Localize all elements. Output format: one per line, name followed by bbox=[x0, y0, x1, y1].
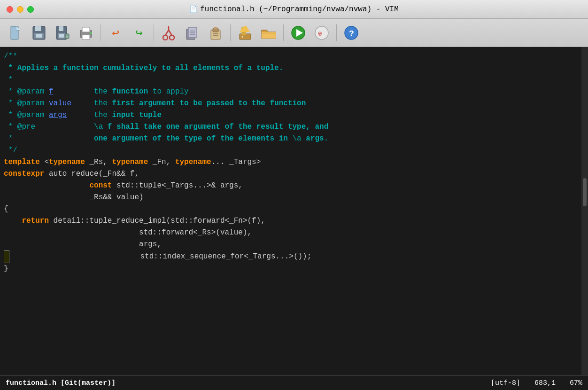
cut-icon bbox=[162, 25, 176, 40]
redo-btn[interactable]: ↪ bbox=[128, 22, 150, 44]
paste-btn[interactable] bbox=[205, 22, 226, 44]
folder-btn[interactable] bbox=[258, 22, 279, 44]
file-icon: 📄 bbox=[189, 5, 197, 13]
minimize-button[interactable] bbox=[17, 6, 23, 13]
save-as-btn[interactable]: + bbox=[52, 22, 73, 44]
comment-pre2b: one argument of the type of the elements… bbox=[94, 133, 292, 145]
svg-text:☢: ☢ bbox=[318, 30, 322, 38]
save-as-icon: + bbox=[55, 25, 70, 40]
help-btn[interactable]: ? bbox=[340, 22, 362, 44]
svg-rect-3 bbox=[35, 26, 41, 31]
code-line-4: * @param f the function to apply bbox=[4, 86, 588, 98]
redo-icon: ↪ bbox=[135, 25, 143, 40]
code-line-5: * @param value the first argument to be … bbox=[4, 98, 588, 109]
kw-constexpr: constexpr bbox=[4, 168, 44, 180]
undo-icon: ↩ bbox=[112, 25, 119, 40]
paste-icon bbox=[208, 25, 223, 40]
copy-btn[interactable] bbox=[181, 22, 203, 44]
svg-line-18 bbox=[165, 30, 169, 35]
comment-empty1: * bbox=[4, 74, 13, 86]
kw-template: template bbox=[4, 156, 40, 168]
run-btn[interactable] bbox=[287, 22, 309, 44]
svg-text:⬆: ⬆ bbox=[241, 35, 243, 40]
statusbar-right: [utf-8] 683,1 67% bbox=[491, 379, 582, 387]
close-button[interactable] bbox=[7, 6, 13, 13]
code-line-13: _Rs&& value) bbox=[4, 192, 588, 203]
save-btn[interactable] bbox=[28, 22, 50, 44]
comment-pre1b: f shall take one argument of the result … bbox=[108, 121, 328, 133]
code-line-1: /** bbox=[4, 51, 588, 62]
burn-btn[interactable]: ☢ bbox=[311, 22, 333, 44]
constexpr-auto: auto reduce(_Fn&& f, bbox=[44, 168, 139, 180]
forward-rs: std::forward<_Rs>(value), bbox=[4, 227, 252, 239]
separator-5 bbox=[336, 24, 337, 41]
comment-param2a: * @param bbox=[4, 98, 49, 109]
separator-4 bbox=[283, 24, 284, 41]
svg-point-16 bbox=[163, 35, 168, 40]
code-line-12: const std::tuple<_Targs...>& args, bbox=[4, 180, 588, 192]
comment-pre2a: * bbox=[4, 133, 94, 145]
editor: /** * Applies a function cumulatively to… bbox=[0, 47, 588, 375]
comment-param1c: function bbox=[112, 86, 148, 98]
scrollbar-thumb[interactable] bbox=[583, 178, 587, 206]
kw-typename2: typename bbox=[112, 156, 148, 168]
comment-param3c: input tuple bbox=[112, 109, 162, 121]
svg-rect-7 bbox=[59, 26, 63, 31]
comment-param3b: the bbox=[67, 109, 112, 121]
cursor-blank: std::index_sequence_for<_Targs...>()); bbox=[9, 251, 311, 263]
statusbar-filename: functional.h [Git(master)] bbox=[6, 379, 116, 387]
svg-point-17 bbox=[170, 35, 174, 40]
scrollbar[interactable] bbox=[581, 47, 588, 375]
statusbar: functional.h [Git(master)] [utf-8] 683,1… bbox=[0, 375, 588, 390]
indent-spaces2: _Rs&& value) bbox=[4, 192, 144, 203]
param-tuple: std::tuple<_Targs...>& args, bbox=[112, 180, 242, 192]
statusbar-percent: 67% bbox=[570, 379, 582, 387]
new-file-btn[interactable] bbox=[5, 22, 26, 44]
svg-text:+: + bbox=[66, 35, 68, 40]
code-line-16: std::forward<_Rs>(value), bbox=[4, 227, 588, 239]
cut-btn[interactable] bbox=[158, 22, 179, 44]
kw-typename1: typename bbox=[49, 156, 85, 168]
burn-icon: ☢ bbox=[314, 25, 329, 40]
return-call: detail::tuple_reduce_impl(std::forward<_… bbox=[49, 215, 265, 227]
tpl-targs: ... _Targs> bbox=[211, 156, 261, 168]
code-line-18: std::index_sequence_for<_Targs...>()); bbox=[4, 250, 588, 263]
code-line-14: { bbox=[4, 203, 588, 215]
separator-2 bbox=[154, 24, 154, 41]
maximize-button[interactable] bbox=[27, 6, 34, 13]
code-line-3: * bbox=[4, 74, 588, 86]
comment-param1b: the bbox=[54, 86, 112, 98]
kw-return: return bbox=[22, 215, 49, 227]
svg-rect-9 bbox=[59, 34, 64, 38]
code-line-11: constexpr auto reduce(_Fn&& f, bbox=[4, 168, 588, 180]
upload-icon: ⬆ bbox=[238, 25, 253, 40]
undo-btn[interactable]: ↩ bbox=[105, 22, 126, 44]
titlebar: 📄 functional.h (~/Programming/nvwa/nvwa)… bbox=[0, 0, 588, 19]
help-icon: ? bbox=[344, 25, 359, 40]
code-line-8: * one argument of the type of the elemen… bbox=[4, 133, 588, 145]
args-param: args, bbox=[4, 239, 162, 250]
run-icon bbox=[291, 25, 306, 40]
code-area[interactable]: /** * Applies a function cumulatively to… bbox=[0, 47, 588, 375]
comment-param1d: to apply bbox=[148, 86, 188, 98]
comment-open: /** bbox=[4, 51, 17, 62]
code-line-2: * Applies a function cumulatively to all… bbox=[4, 62, 588, 74]
param-f-link[interactable]: f bbox=[49, 86, 54, 98]
window-controls[interactable] bbox=[7, 6, 34, 13]
comment-param2c: first argument to be passed to the funct… bbox=[112, 98, 306, 109]
param-args-link[interactable]: args bbox=[49, 109, 67, 121]
upload-btn[interactable]: ⬆ bbox=[234, 22, 256, 44]
svg-rect-15 bbox=[90, 32, 92, 34]
copy-icon bbox=[185, 25, 200, 40]
comment-param2b: the bbox=[71, 98, 112, 109]
indent-spaces1 bbox=[4, 180, 89, 192]
separator-1 bbox=[101, 24, 101, 41]
comment-pre1a: * @pre \a bbox=[4, 121, 108, 133]
code-line-9: */ bbox=[4, 145, 588, 156]
code-line-15: return detail::tuple_reduce_impl(std::fo… bbox=[4, 215, 588, 227]
svg-rect-22 bbox=[188, 27, 197, 38]
param-value-link[interactable]: value bbox=[49, 98, 71, 109]
kw-const: const bbox=[89, 180, 112, 192]
separator-3 bbox=[230, 24, 231, 41]
print-btn[interactable] bbox=[75, 22, 97, 44]
